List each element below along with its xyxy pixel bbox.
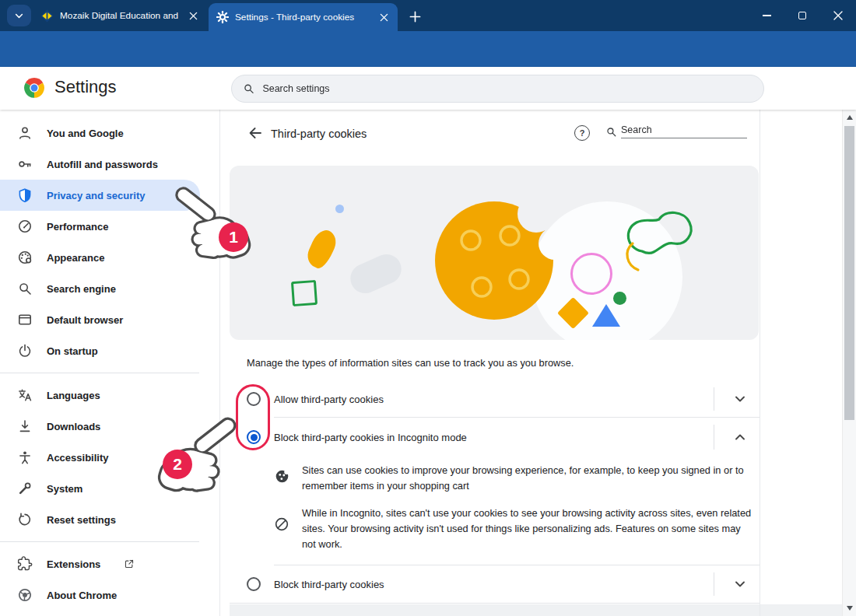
content-search[interactable] [605,124,747,138]
search-icon [243,82,254,95]
description-text: While in Incognito, sites can't use your… [302,506,752,552]
option-label: Block third-party cookies in Incognito m… [274,432,467,443]
content-bottom-strip [230,604,842,616]
mozaik-diamond-icon [40,9,54,23]
option-label: Block third-party cookies [274,579,384,590]
sidebar-divider [0,373,199,373]
tab-title: Mozaik Digital Education and Le [60,10,181,21]
description-text: Sites can use cookies to improve your br… [302,463,752,494]
chevron-down-icon [14,11,24,21]
settings-search-input[interactable] [262,83,753,94]
radio-block-all[interactable] [247,577,261,591]
new-tab-button[interactable] [406,8,423,25]
sidebar-item-on-startup[interactable]: On startup [0,335,200,366]
banner-blue-triangle [592,304,620,327]
scroll-down-button[interactable] [843,602,856,614]
row-separator [714,425,714,450]
option-block-third-party-cookies[interactable]: Block third-party cookies [230,565,760,604]
triangle-down-icon [847,606,853,611]
content-search-input[interactable] [621,124,747,138]
page-scrollbar[interactable] [842,110,856,616]
sidebar-item-performance[interactable]: Performance [0,211,200,242]
external-link-icon [124,558,135,569]
sidebar-item-appearance[interactable]: Appearance [0,242,200,273]
palette-icon [17,250,33,265]
sidebar-item-you-and-google[interactable]: You and Google [0,117,200,149]
maximize-button[interactable] [784,0,820,31]
banner-green-dot [613,292,626,305]
cookie-icon [275,469,289,484]
back-arrow-button[interactable] [247,125,263,141]
sidebar-item-label: On startup [47,345,98,357]
chevron-down-icon[interactable] [732,391,748,407]
help-button[interactable]: ? [574,125,590,141]
close-icon [833,11,843,20]
settings-search[interactable] [231,75,764,103]
tab-strip: Mozaik Digital Education and Le Settings… [0,0,856,31]
chrome-gray-icon [17,587,33,603]
sidebar-item-label: Downloads [47,421,100,432]
incognito-description-blocking: While in Incognito, sites can't use your… [274,506,752,552]
banner-gray-pill [346,250,406,298]
option-block-incognito[interactable]: Block third-party cookies in Incognito m… [230,418,760,457]
tab-close-icon[interactable] [187,9,199,22]
banner-yellow-blob [303,226,340,271]
browser-toolbar: Chrome chrome://settings/cookies [0,31,856,67]
sidebar-item-autofill[interactable]: Autofill and passwords [0,149,200,180]
maximize-icon [798,12,806,19]
plus-icon [409,11,421,23]
browser-window: Mozaik Digital Education and Le Settings… [0,0,856,616]
sidebar-item-extensions[interactable]: Extensions [0,548,200,579]
sidebar-item-default-browser[interactable]: Default browser [0,304,200,335]
triangle-up-icon [847,115,853,120]
tab-close-icon[interactable] [377,11,390,23]
incognito-description-cookies: Sites can use cookies to improve your br… [274,463,752,494]
sidebar-item-label: Accessibility [47,452,109,464]
sidebar-item-label: Extensions [47,558,100,570]
settings-header: Settings [0,67,856,110]
key-icon [17,156,33,172]
shield-icon [17,187,33,203]
sidebar-item-languages[interactable]: Languages [0,380,200,411]
cookie-illustration [430,192,563,324]
power-icon [17,343,33,359]
minimize-button[interactable] [749,0,784,31]
sidebar-item-label: You and Google [47,128,124,139]
banner-green-square [291,280,317,306]
sidebar-item-label: Search engine [47,283,116,295]
restore-icon [17,512,33,527]
banner-blue-dot [335,205,344,213]
sidebar-item-label: Reset settings [47,514,116,526]
chevron-up-icon[interactable] [732,429,748,445]
browser-window-icon [17,312,33,327]
window-controls [749,0,856,31]
manage-description: Manage the types of information sites ca… [247,357,753,369]
speedometer-icon [17,219,33,234]
close-button[interactable] [820,0,856,31]
sidebar-item-label: System [47,483,82,495]
tab-search-button[interactable] [7,5,31,26]
chevron-down-icon[interactable] [732,576,748,592]
sidebar-item-label: Default browser [47,314,123,326]
download-icon [17,418,33,434]
sidebar-item-reset-settings[interactable]: Reset settings [0,504,200,535]
settings-gear-icon [216,11,229,23]
scrollbar-thumb[interactable] [844,126,854,420]
page-title: Settings [54,77,117,97]
sidebar-item-label: Privacy and security [47,190,145,201]
content-title: Third-party cookies [271,128,367,140]
sidebar-item-search-engine[interactable]: Search engine [0,273,200,304]
translate-icon [17,387,33,403]
sidebar-item-privacy-and-security[interactable]: Privacy and security [0,180,200,211]
wrench-icon [17,481,33,496]
banner-green-bean-outline [617,206,701,278]
scroll-up-button[interactable] [843,111,856,124]
person-icon [17,125,33,141]
option-allow-third-party-cookies[interactable]: Allow third-party cookies [230,380,760,418]
tab-settings[interactable]: Settings - Third-party cookies [209,3,398,31]
minimize-icon [763,15,771,16]
sidebar-item-about-chrome[interactable]: About Chrome [0,579,200,611]
tab-mozaik[interactable]: Mozaik Digital Education and Le [33,0,207,31]
sidebar-item-label: Performance [47,221,108,233]
annotation-highlight-rect [236,384,270,450]
